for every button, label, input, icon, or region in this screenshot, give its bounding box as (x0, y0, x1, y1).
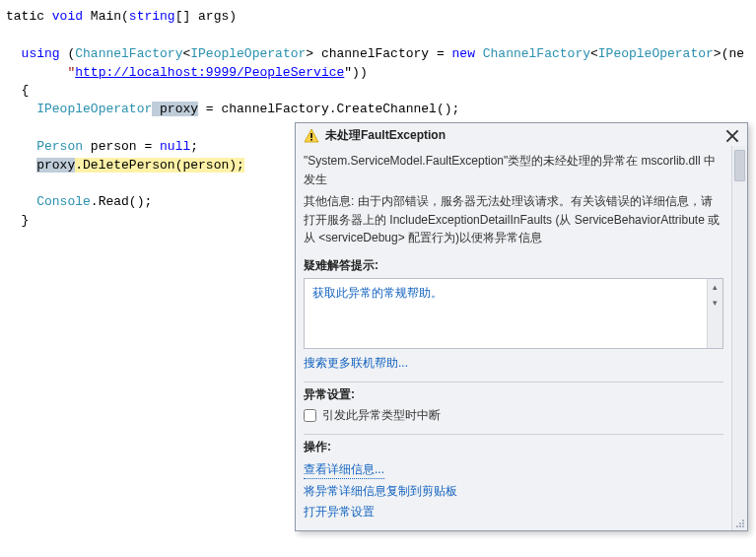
svg-point-5 (742, 520, 744, 522)
code-line: IPeopleOperator proxy = channelFactory.C… (36, 102, 459, 116)
actions-label: 操作: (304, 439, 723, 455)
popup-titlebar[interactable]: 未处理FaultException (296, 123, 747, 146)
exception-description-2: 其他信息: 由于内部错误，服务器无法处理该请求。有关该错误的详细信息，请打开服务… (304, 192, 723, 247)
svg-rect-2 (310, 139, 312, 141)
exception-popup: 未处理FaultException "System.ServiceModel.F… (295, 122, 748, 531)
copy-exception-link[interactable]: 将异常详细信息复制到剪贴板 (304, 483, 723, 500)
code-line: Person person = null; (36, 139, 198, 154)
svg-point-7 (742, 522, 744, 524)
resize-grip[interactable] (733, 517, 745, 528)
svg-point-6 (739, 522, 741, 524)
popup-scrollbar[interactable] (731, 146, 747, 530)
code-line: tatic void Main(string[] args) (6, 9, 237, 24)
url-string: "http://localhost:9999/PeopleService (67, 65, 344, 80)
svg-point-9 (739, 525, 741, 527)
svg-rect-1 (310, 133, 312, 138)
close-icon[interactable] (725, 129, 739, 143)
divider (304, 382, 723, 383)
scroll-up-icon[interactable]: ▴ (708, 279, 722, 295)
scroll-down-icon[interactable]: ▾ (708, 295, 722, 311)
scrollbar-thumb[interactable] (734, 150, 745, 181)
break-on-exception-label: 引发此异常类型时中断 (322, 407, 441, 424)
view-details-link[interactable]: 查看详细信息... (304, 461, 384, 479)
code-text: ")) (344, 65, 367, 80)
warning-icon (304, 128, 319, 144)
break-on-exception-row[interactable]: 引发此异常类型时中断 (304, 407, 723, 424)
brace: } (22, 213, 30, 228)
tips-box: 获取此异常的常规帮助。 ▴ ▾ (304, 278, 723, 349)
svg-point-10 (742, 525, 744, 527)
break-on-exception-checkbox[interactable] (304, 409, 316, 422)
popup-title: 未处理FaultException (325, 127, 720, 144)
tip-help-link[interactable]: 获取此异常的常规帮助。 (312, 285, 715, 302)
code-line: using (ChannelFactory<IPeopleOperator> c… (22, 46, 744, 61)
divider (304, 434, 723, 435)
exception-description-1: "System.ServiceModel.FaultException"类型的未… (304, 152, 723, 188)
svg-point-8 (736, 525, 738, 527)
current-statement: proxy.DeletePerson(person); (36, 158, 244, 173)
tips-scrollbar[interactable]: ▴ ▾ (707, 279, 722, 348)
exception-settings-label: 异常设置: (304, 386, 723, 403)
code-line: Console.Read(); (36, 194, 152, 209)
search-online-help-link[interactable]: 搜索更多联机帮助... (304, 355, 723, 372)
tips-label: 疑难解答提示: (304, 257, 723, 274)
open-exception-settings-link[interactable]: 打开异常设置 (304, 504, 723, 521)
service-url-link[interactable]: http://localhost:9999/PeopleService (75, 65, 344, 80)
brace: { (22, 83, 30, 98)
